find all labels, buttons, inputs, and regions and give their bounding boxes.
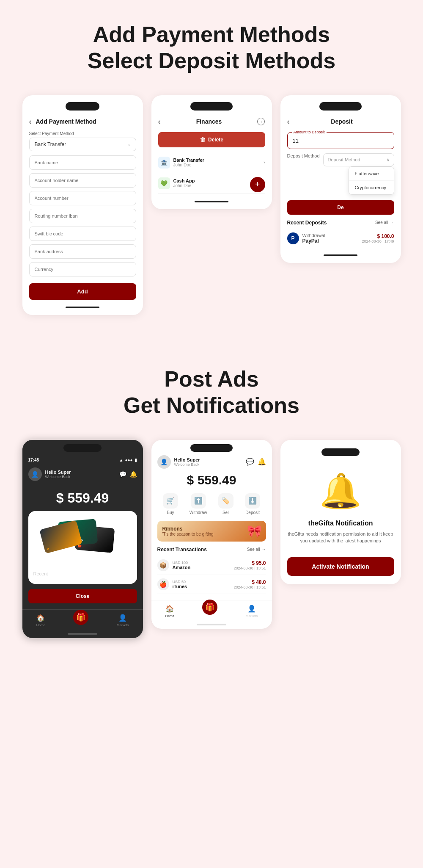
currency-field[interactable] — [29, 262, 136, 276]
chat-icon[interactable]: 💬 — [119, 471, 126, 478]
notification-description: theGifta needs notification permission t… — [287, 531, 394, 545]
section1-title-line2: Select Deposit Methods — [8, 47, 415, 74]
bow-icon: 🎀 — [247, 524, 262, 538]
withdraw-icon: ⬆️ — [191, 493, 206, 509]
itunes-tx-icon: 🍎 — [157, 578, 169, 590]
notification-screen: 🔔 theGifta Notification theGifta needs n… — [280, 440, 401, 584]
see-all-link[interactable]: See all → — [375, 220, 394, 225]
notification-title: theGifta Notification — [308, 520, 373, 527]
section2-title-line2: Get Notifications — [8, 392, 415, 418]
nav-home-dark[interactable]: 🏠 Home — [36, 614, 45, 627]
itunes-amount-label: USD 50 — [173, 580, 187, 584]
nav-home-light[interactable]: 🏠 Home — [165, 605, 174, 618]
dark-home-bar — [68, 633, 97, 635]
add-payment-header: ‹ Add Payment Method — [29, 117, 136, 126]
account-number-field[interactable] — [29, 191, 136, 205]
see-all-tx-link[interactable]: See all → — [247, 547, 266, 552]
amount-value: 11 — [293, 138, 299, 144]
itunes-tx-name: iTunes — [173, 584, 187, 589]
deposit-partial-button[interactable]: De — [287, 200, 394, 215]
recent-tx-header: Recent Transactions See all → — [157, 547, 266, 553]
section1-title-line1: Add Payment Methods — [8, 21, 415, 47]
light-user-sub: Welcome Back — [174, 462, 200, 467]
home-bar-2 — [195, 201, 228, 202]
flutterwave-option[interactable]: Flutterwave — [349, 167, 394, 181]
finances-title: Finances — [196, 118, 222, 125]
finances-screen: ‹ Finances i 🗑 Delete 🏦 Bank Transfer Jo… — [151, 95, 272, 209]
payment-item-bank[interactable]: 🏦 Bank Transfer John Doe › — [158, 152, 265, 173]
nav-markets-light[interactable]: 👤 Markets — [246, 605, 258, 618]
nav-markets-dark[interactable]: 👤 Markets — [117, 614, 129, 627]
info-icon[interactable]: i — [257, 118, 265, 125]
deposit-method-dropdown[interactable]: Deposit Method ∧ — [323, 153, 394, 166]
gift-nav-btn[interactable]: 🎁 — [73, 610, 88, 625]
recent-deposits-header: Recent Deposits See all → — [287, 220, 394, 226]
markets-light-nav-icon: 👤 — [247, 605, 256, 613]
light-bell-icon[interactable]: 🔔 — [258, 458, 266, 466]
nav-gift-dark[interactable]: 🎁 — [73, 614, 88, 627]
card-showcase: STARBUCKS a 🍎 Recent — [28, 511, 137, 584]
buy-label: Buy — [167, 510, 174, 515]
activate-notification-button[interactable]: Activate Notification — [287, 557, 394, 576]
battery-icon: ▮ — [135, 458, 137, 462]
notch-2 — [190, 102, 233, 111]
deposit-item-paypal: P Withdrawal PayPal $ 100.0 2024-08-30 |… — [287, 229, 394, 248]
deposit-method-placeholder: Deposit Method — [328, 157, 360, 162]
deposit-screen: ‹ Deposit Amount to Deposit 11 Deposit M… — [280, 95, 401, 263]
home-bar-1 — [66, 307, 99, 308]
phones-row-2: 17:48 ▲ ●●● ▮ 👤 Hello Super Welcome Back… — [0, 431, 423, 663]
markets-nav-icon: 👤 — [118, 614, 127, 622]
account-holder-field[interactable] — [29, 173, 136, 188]
payment-item-cash[interactable]: 💚 Cash App John Doe › — [158, 173, 265, 194]
back-arrow-3-icon[interactable]: ‹ — [287, 117, 290, 126]
cryptocurrency-option[interactable]: Cryptocurrency — [349, 181, 394, 194]
deposit-action-btn[interactable]: ⬇️ Deposit — [245, 493, 260, 515]
ribbons-banner[interactable]: Ribbons 'Tis the season to be gifting 🎀 — [157, 521, 266, 542]
routing-number-field[interactable] — [29, 209, 136, 223]
select-payment-label: Select Payment Method — [29, 131, 136, 136]
cash-app-icon: 💚 — [158, 177, 170, 189]
nav-gift-light[interactable]: 🎁 — [202, 605, 217, 618]
sell-label: Sell — [222, 510, 230, 515]
delete-button[interactable]: 🗑 Delete — [158, 132, 265, 147]
recent-label-dark: Recent — [33, 571, 132, 576]
light-balance: $ 559.49 — [157, 473, 266, 487]
recent-deposits-label: Recent Deposits — [287, 220, 327, 226]
dark-user-greeting: 👤 Hello Super Welcome Back 💬 🔔 — [28, 464, 137, 486]
gift-light-nav-btn[interactable]: 🎁 — [202, 600, 217, 615]
bank-transfer-sub: John Doe — [173, 163, 204, 167]
buy-action-btn[interactable]: 🛒 Buy — [163, 493, 178, 515]
sell-action-btn[interactable]: 🏷️ Sell — [218, 493, 233, 515]
dark-bottom-nav: 🏠 Home 🎁 👤 Markets — [22, 609, 143, 630]
bell-icon[interactable]: 🔔 — [130, 471, 137, 478]
buy-icon: 🛒 — [163, 493, 178, 509]
back-arrow-2-icon[interactable]: ‹ — [158, 117, 161, 126]
payment-method-dropdown[interactable]: Bank Transfer ⌄ — [29, 138, 136, 151]
section2-title-line1: Post Ads — [8, 366, 415, 392]
deposit-method-label: Deposit Method — [287, 153, 320, 158]
add-button[interactable]: Add — [29, 283, 136, 300]
swift-bic-field[interactable] — [29, 227, 136, 241]
tx-amazon: 📦 USD 100 Amazon $ 95.0 2024-08-30 | 13:… — [157, 556, 266, 575]
back-arrow-icon[interactable]: ‹ — [29, 117, 32, 126]
ribbons-sub: 'Tis the season to be gifting — [162, 532, 261, 536]
dropdown-value: Bank Transfer — [35, 141, 66, 147]
bank-transfer-name: Bank Transfer — [173, 158, 204, 163]
arrow-right-icon: → — [390, 220, 394, 225]
section2-header: Post Ads Get Notifications — [0, 340, 423, 431]
close-button[interactable]: Close — [28, 589, 137, 603]
amazon-tx-amount: $ 95.0 — [234, 560, 266, 566]
deposit-label: Deposit — [245, 510, 260, 515]
ribbons-title: Ribbons — [162, 526, 261, 532]
gift-nav-icon: 🎁 — [76, 613, 85, 622]
bank-name-field[interactable] — [29, 155, 136, 170]
amazon-amount-label: USD 100 — [173, 561, 191, 565]
bank-address-field[interactable] — [29, 244, 136, 259]
light-avatar: 👤 — [157, 455, 171, 469]
time-display: 17:48 — [28, 458, 39, 462]
light-chat-icon[interactable]: 💬 — [246, 458, 254, 466]
withdraw-action-btn[interactable]: ⬆️ Withdraw — [190, 493, 207, 515]
dark-greeting-sub: Welcome Back — [45, 475, 71, 479]
add-fab-button[interactable]: + — [250, 177, 265, 192]
notch-1 — [66, 102, 99, 111]
